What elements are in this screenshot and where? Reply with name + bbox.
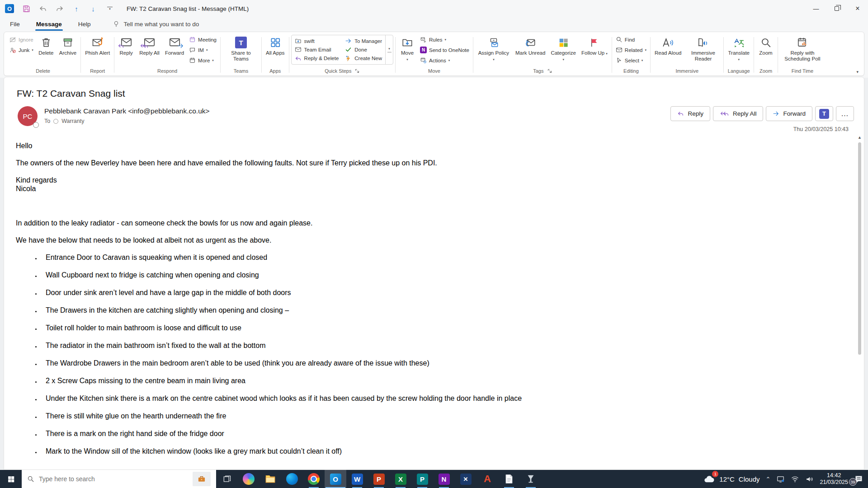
- tab-message[interactable]: Message: [35, 21, 63, 28]
- taskbar-app-document[interactable]: [498, 470, 520, 488]
- follow-up-button[interactable]: Follow Up ▾: [579, 33, 610, 56]
- taskbar-onenote[interactable]: N: [433, 470, 455, 488]
- minimize-button[interactable]: —: [806, 0, 826, 17]
- group-report: Phish Alert Report: [81, 33, 113, 75]
- im-button[interactable]: IM▾: [187, 45, 218, 55]
- more-actions-button[interactable]: …: [836, 106, 854, 121]
- sender-avatar[interactable]: PC: [18, 106, 38, 126]
- delete-button[interactable]: Delete: [36, 33, 56, 56]
- undo-icon[interactable]: [38, 4, 48, 14]
- quick-step-create-new[interactable]: Create New: [345, 55, 382, 62]
- group-apps: All Apps Apps: [262, 33, 288, 75]
- zoom-button[interactable]: Zoom: [756, 33, 776, 56]
- tell-me-box[interactable]: Tell me what you want to do: [113, 20, 199, 28]
- close-button[interactable]: ×: [847, 0, 868, 17]
- send-to-onenote-button[interactable]: N Send to OneNote: [418, 45, 471, 55]
- quick-step-done[interactable]: Done: [345, 46, 382, 53]
- move-up-icon[interactable]: ↑: [71, 4, 81, 14]
- vertical-scrollbar[interactable]: ▲: [857, 135, 863, 468]
- redo-icon[interactable]: [55, 4, 65, 14]
- taskbar-clock[interactable]: 14:42 21/03/2025: [820, 472, 848, 486]
- immersive-reader-button[interactable]: Immersive Reader: [684, 33, 722, 62]
- more-actions-icon: [189, 57, 196, 64]
- reply-header-button[interactable]: Reply: [670, 106, 710, 121]
- move-down-icon[interactable]: ↓: [88, 4, 98, 14]
- search-input[interactable]: [39, 475, 188, 483]
- archive-button[interactable]: Archive: [57, 33, 79, 56]
- group-language: Translate▾ Language: [724, 33, 753, 75]
- mark-unread-button[interactable]: Mark Unread: [513, 33, 547, 56]
- share-to-teams-button[interactable]: T Share to Teams: [222, 33, 259, 62]
- translate-button[interactable]: Translate▾: [726, 33, 752, 62]
- volume-icon[interactable]: [805, 475, 814, 483]
- rules-button[interactable]: Rules▾: [418, 35, 471, 44]
- dialog-launcher-icon[interactable]: [547, 69, 552, 73]
- forward-button[interactable]: Forward: [163, 33, 186, 56]
- wifi-icon[interactable]: [791, 475, 799, 483]
- taskbar-file-explorer[interactable]: [259, 470, 281, 488]
- weather-widget[interactable]: 1 12°C Cloudy: [703, 473, 760, 485]
- save-icon[interactable]: [21, 4, 31, 14]
- recipient-name[interactable]: Warranty: [61, 118, 84, 124]
- forward-header-button[interactable]: Forward: [766, 106, 812, 121]
- tray-chevron-up-icon[interactable]: ⌃: [766, 476, 771, 483]
- taskbar-app-a[interactable]: A: [476, 470, 498, 488]
- reply-with-scheduling-poll-button[interactable]: Reply with Scheduling Poll: [780, 33, 825, 62]
- customize-quick-access-icon[interactable]: ▾: [105, 4, 115, 14]
- move-button[interactable]: Move▾: [397, 33, 417, 62]
- meeting-button[interactable]: Meeting: [187, 35, 218, 44]
- taskbar-publisher[interactable]: P: [411, 470, 433, 488]
- select-button[interactable]: Select▾: [614, 56, 648, 65]
- body-paragraph: In addition to the leaky radiator - can …: [16, 219, 837, 227]
- envelope-icon: [616, 47, 623, 53]
- more-respond-button[interactable]: More▾: [187, 56, 218, 65]
- reply-all-header-button[interactable]: Reply All: [713, 106, 764, 121]
- task-view-button[interactable]: [216, 470, 238, 488]
- taskbar-outlook[interactable]: O: [325, 470, 346, 488]
- collapse-ribbon-icon[interactable]: ▾: [856, 70, 859, 74]
- find-button[interactable]: Find: [614, 35, 648, 44]
- notification-center-button[interactable]: 39: [854, 474, 863, 484]
- taskbar-search[interactable]: [22, 470, 216, 488]
- taskbar-chrome[interactable]: [303, 470, 325, 488]
- quick-step-team-email[interactable]: Team Email: [295, 46, 339, 53]
- related-button[interactable]: Related▾: [614, 45, 648, 55]
- taskbar-copilot[interactable]: [238, 470, 259, 488]
- reply-button[interactable]: Reply: [116, 33, 136, 56]
- sender-address[interactable]: Pebblebank Caravan Park <info@pebblebank…: [44, 107, 210, 115]
- taskbar-edge[interactable]: [281, 470, 303, 488]
- group-teams: T Share to Teams Teams: [221, 33, 261, 75]
- list-item: The Drawers in the kitchen are catching …: [41, 306, 837, 314]
- share-to-teams-header-button[interactable]: T: [815, 106, 833, 121]
- all-apps-button[interactable]: All Apps: [264, 33, 287, 56]
- reply-arrow-icon: [677, 110, 684, 117]
- ignore-button[interactable]: Ignore: [7, 35, 35, 44]
- scroll-up-icon[interactable]: ▲: [858, 135, 862, 140]
- taskbar-app-navy[interactable]: ✕: [455, 470, 476, 488]
- taskbar-excel[interactable]: X: [390, 470, 411, 488]
- start-button[interactable]: [0, 470, 22, 488]
- taskbar-powerpoint[interactable]: P: [368, 470, 390, 488]
- taskbar-word[interactable]: W: [346, 470, 368, 488]
- junk-button[interactable]: Junk▾: [7, 45, 35, 55]
- quick-step-to-manager[interactable]: To Manager: [345, 38, 382, 44]
- dialog-launcher-icon[interactable]: [355, 69, 359, 73]
- group-label-immersive: Immersive: [652, 66, 722, 75]
- taskbar-app-goblet[interactable]: [520, 470, 542, 488]
- search-highlights-button[interactable]: [193, 472, 211, 486]
- read-aloud-button[interactable]: Read Aloud: [652, 33, 684, 56]
- quick-step-swift[interactable]: swift: [295, 38, 339, 44]
- scrollbar-thumb[interactable]: [858, 142, 861, 355]
- restore-button[interactable]: [826, 0, 847, 17]
- tab-file[interactable]: File: [9, 21, 21, 28]
- quick-step-reply-delete[interactable]: Reply & Delete: [295, 55, 339, 62]
- quick-steps-scrollbar[interactable]: ▾: [385, 35, 393, 64]
- list-item: Door under sink aren’t level and have a …: [41, 288, 837, 297]
- actions-button[interactable]: Actions▾: [418, 56, 471, 65]
- reply-all-button[interactable]: Reply All: [137, 33, 162, 56]
- assign-policy-button[interactable]: Assign Policy ▾: [475, 33, 512, 62]
- tab-help[interactable]: Help: [77, 21, 92, 28]
- phish-alert-button[interactable]: Phish Alert: [83, 33, 112, 56]
- categorize-button[interactable]: Categorize▾: [548, 33, 578, 62]
- connect-display-icon[interactable]: [776, 475, 785, 483]
